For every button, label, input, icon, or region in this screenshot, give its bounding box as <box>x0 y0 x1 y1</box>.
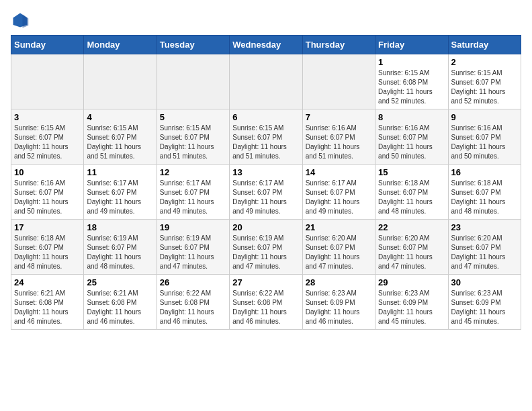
calendar-cell: 15Sunrise: 6:18 AM Sunset: 6:07 PM Dayli… <box>375 165 448 220</box>
day-detail: Sunrise: 6:15 AM Sunset: 6:08 PM Dayligh… <box>378 68 445 106</box>
day-detail: Sunrise: 6:22 AM Sunset: 6:08 PM Dayligh… <box>160 289 226 326</box>
day-detail: Sunrise: 6:21 AM Sunset: 6:08 PM Dayligh… <box>87 289 153 326</box>
day-number: 3 <box>14 112 81 122</box>
day-detail: Sunrise: 6:16 AM Sunset: 6:07 PM Dayligh… <box>451 124 518 161</box>
day-number: 13 <box>232 167 299 177</box>
day-detail: Sunrise: 6:17 AM Sunset: 6:07 PM Dayligh… <box>232 179 299 216</box>
day-number: 30 <box>451 277 518 287</box>
calendar-cell: 14Sunrise: 6:17 AM Sunset: 6:07 PM Dayli… <box>302 165 375 220</box>
day-detail: Sunrise: 6:17 AM Sunset: 6:07 PM Dayligh… <box>87 179 153 216</box>
calendar-cell <box>302 54 375 109</box>
day-number: 27 <box>232 277 299 287</box>
day-number: 20 <box>232 222 299 232</box>
dow-header-thursday: Thursday <box>302 36 375 54</box>
calendar-cell: 4Sunrise: 6:15 AM Sunset: 6:07 PM Daylig… <box>84 109 157 165</box>
day-detail: Sunrise: 6:22 AM Sunset: 6:08 PM Dayligh… <box>232 289 299 326</box>
calendar-cell: 8Sunrise: 6:16 AM Sunset: 6:07 PM Daylig… <box>375 109 448 165</box>
day-number: 4 <box>87 112 153 122</box>
day-number: 2 <box>451 57 518 67</box>
dow-header-sunday: Sunday <box>11 36 84 54</box>
calendar-cell: 20Sunrise: 6:19 AM Sunset: 6:07 PM Dayli… <box>230 220 302 275</box>
day-number: 8 <box>378 112 445 122</box>
day-detail: Sunrise: 6:20 AM Sunset: 6:07 PM Dayligh… <box>451 234 518 271</box>
day-number: 28 <box>306 277 372 287</box>
dow-header-friday: Friday <box>375 36 448 54</box>
day-number: 22 <box>378 222 445 232</box>
day-detail: Sunrise: 6:21 AM Sunset: 6:08 PM Dayligh… <box>14 289 81 326</box>
day-detail: Sunrise: 6:18 AM Sunset: 6:07 PM Dayligh… <box>14 234 81 271</box>
day-number: 26 <box>160 277 226 287</box>
day-number: 29 <box>378 277 445 287</box>
day-detail: Sunrise: 6:19 AM Sunset: 6:07 PM Dayligh… <box>232 234 299 271</box>
logo-icon <box>11 11 30 30</box>
page-header <box>11 11 521 30</box>
day-number: 18 <box>87 222 153 232</box>
calendar-cell: 22Sunrise: 6:20 AM Sunset: 6:07 PM Dayli… <box>375 220 448 275</box>
calendar-cell: 30Sunrise: 6:23 AM Sunset: 6:09 PM Dayli… <box>448 275 521 330</box>
dow-header-saturday: Saturday <box>448 36 521 54</box>
calendar-cell: 11Sunrise: 6:17 AM Sunset: 6:07 PM Dayli… <box>84 165 157 220</box>
calendar-cell: 2Sunrise: 6:15 AM Sunset: 6:07 PM Daylig… <box>448 54 521 109</box>
day-number: 24 <box>14 277 81 287</box>
calendar-cell: 13Sunrise: 6:17 AM Sunset: 6:07 PM Dayli… <box>230 165 302 220</box>
day-number: 25 <box>87 277 153 287</box>
day-detail: Sunrise: 6:19 AM Sunset: 6:07 PM Dayligh… <box>87 234 153 271</box>
day-detail: Sunrise: 6:16 AM Sunset: 6:07 PM Dayligh… <box>14 179 81 216</box>
calendar-cell: 10Sunrise: 6:16 AM Sunset: 6:07 PM Dayli… <box>11 165 84 220</box>
day-detail: Sunrise: 6:23 AM Sunset: 6:09 PM Dayligh… <box>306 289 372 326</box>
calendar-cell: 29Sunrise: 6:23 AM Sunset: 6:09 PM Dayli… <box>375 275 448 330</box>
calendar-cell <box>157 54 229 109</box>
logo <box>11 11 32 30</box>
day-detail: Sunrise: 6:17 AM Sunset: 6:07 PM Dayligh… <box>160 179 226 216</box>
dow-header-tuesday: Tuesday <box>157 36 229 54</box>
day-detail: Sunrise: 6:15 AM Sunset: 6:07 PM Dayligh… <box>160 124 226 161</box>
calendar-cell: 16Sunrise: 6:18 AM Sunset: 6:07 PM Dayli… <box>448 165 521 220</box>
calendar-cell: 21Sunrise: 6:20 AM Sunset: 6:07 PM Dayli… <box>302 220 375 275</box>
calendar-cell: 28Sunrise: 6:23 AM Sunset: 6:09 PM Dayli… <box>302 275 375 330</box>
day-number: 5 <box>160 112 226 122</box>
calendar-cell: 6Sunrise: 6:15 AM Sunset: 6:07 PM Daylig… <box>230 109 302 165</box>
day-number: 14 <box>306 167 372 177</box>
day-number: 6 <box>232 112 299 122</box>
calendar-cell <box>84 54 157 109</box>
calendar-cell: 25Sunrise: 6:21 AM Sunset: 6:08 PM Dayli… <box>84 275 157 330</box>
day-detail: Sunrise: 6:20 AM Sunset: 6:07 PM Dayligh… <box>306 234 372 271</box>
calendar-cell <box>11 54 84 109</box>
day-detail: Sunrise: 6:15 AM Sunset: 6:07 PM Dayligh… <box>87 124 153 161</box>
day-detail: Sunrise: 6:16 AM Sunset: 6:07 PM Dayligh… <box>378 124 445 161</box>
calendar-cell: 17Sunrise: 6:18 AM Sunset: 6:07 PM Dayli… <box>11 220 84 275</box>
svg-marker-1 <box>23 14 29 28</box>
day-number: 7 <box>306 112 372 122</box>
day-detail: Sunrise: 6:15 AM Sunset: 6:07 PM Dayligh… <box>451 68 518 106</box>
calendar-cell: 9Sunrise: 6:16 AM Sunset: 6:07 PM Daylig… <box>448 109 521 165</box>
calendar-cell <box>230 54 302 109</box>
day-number: 23 <box>451 222 518 232</box>
day-number: 16 <box>451 167 518 177</box>
calendar-cell: 12Sunrise: 6:17 AM Sunset: 6:07 PM Dayli… <box>157 165 229 220</box>
day-number: 19 <box>160 222 226 232</box>
calendar-cell: 19Sunrise: 6:19 AM Sunset: 6:07 PM Dayli… <box>157 220 229 275</box>
day-detail: Sunrise: 6:15 AM Sunset: 6:07 PM Dayligh… <box>232 124 299 161</box>
day-detail: Sunrise: 6:17 AM Sunset: 6:07 PM Dayligh… <box>306 179 372 216</box>
day-detail: Sunrise: 6:18 AM Sunset: 6:07 PM Dayligh… <box>378 179 445 216</box>
dow-header-wednesday: Wednesday <box>230 36 302 54</box>
calendar-table: SundayMondayTuesdayWednesdayThursdayFrid… <box>11 35 521 330</box>
day-detail: Sunrise: 6:23 AM Sunset: 6:09 PM Dayligh… <box>378 289 445 326</box>
day-detail: Sunrise: 6:16 AM Sunset: 6:07 PM Dayligh… <box>306 124 372 161</box>
calendar-cell: 27Sunrise: 6:22 AM Sunset: 6:08 PM Dayli… <box>230 275 302 330</box>
day-detail: Sunrise: 6:23 AM Sunset: 6:09 PM Dayligh… <box>451 289 518 326</box>
calendar-cell: 1Sunrise: 6:15 AM Sunset: 6:08 PM Daylig… <box>375 54 448 109</box>
day-number: 17 <box>14 222 81 232</box>
day-number: 12 <box>160 167 226 177</box>
calendar-cell: 3Sunrise: 6:15 AM Sunset: 6:07 PM Daylig… <box>11 109 84 165</box>
day-number: 21 <box>306 222 372 232</box>
dow-header-monday: Monday <box>84 36 157 54</box>
calendar-cell: 23Sunrise: 6:20 AM Sunset: 6:07 PM Dayli… <box>448 220 521 275</box>
calendar-cell: 7Sunrise: 6:16 AM Sunset: 6:07 PM Daylig… <box>302 109 375 165</box>
calendar-cell: 5Sunrise: 6:15 AM Sunset: 6:07 PM Daylig… <box>157 109 229 165</box>
day-number: 15 <box>378 167 445 177</box>
day-number: 1 <box>378 57 445 67</box>
day-detail: Sunrise: 6:18 AM Sunset: 6:07 PM Dayligh… <box>451 179 518 216</box>
day-detail: Sunrise: 6:20 AM Sunset: 6:07 PM Dayligh… <box>378 234 445 271</box>
day-detail: Sunrise: 6:19 AM Sunset: 6:07 PM Dayligh… <box>160 234 226 271</box>
